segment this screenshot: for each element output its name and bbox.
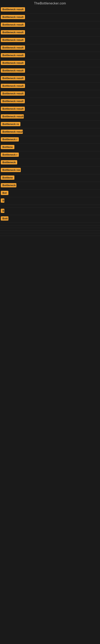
result-item: Bottleneck r (0, 136, 100, 144)
bottleneck-result-badge[interactable]: B (1, 209, 4, 213)
result-item: B (0, 208, 100, 215)
result-item (0, 233, 100, 236)
bottleneck-result-badge[interactable]: Bottleneck result (1, 91, 25, 96)
bottleneck-result-badge[interactable]: Bottleneck result (1, 30, 25, 34)
result-item: Bottleneck result (0, 113, 100, 121)
bottleneck-result-badge[interactable]: Bottleneck r (1, 152, 19, 157)
bottleneck-result-badge[interactable]: Bottleneck result (1, 7, 25, 12)
result-item: Bottleneck result (0, 67, 100, 75)
bottleneck-result-badge[interactable]: Bottleneck result (1, 84, 25, 88)
bottleneck-result-badge[interactable]: Bottleneck result (1, 53, 25, 57)
result-item (0, 205, 100, 208)
bottleneck-result-badge[interactable]: Bottleneck result (1, 68, 25, 73)
result-item: Bottleneck result (0, 44, 100, 52)
bottleneck-result-badge[interactable]: Bottleneck result (1, 22, 25, 27)
bottleneck-result-badge[interactable]: Bottleneck res (1, 168, 21, 172)
result-item: Bot (0, 190, 100, 197)
result-item (0, 223, 100, 226)
result-item: Bottleneck result (0, 82, 100, 90)
bottleneck-result-badge[interactable]: Bottleneck result (1, 107, 25, 111)
result-item: Bott (0, 215, 100, 223)
bottleneck-result-badge[interactable]: Bottleneck result (1, 114, 24, 118)
bottleneck-result-badge[interactable]: Bottleneck result (1, 130, 23, 134)
result-item: Bottlene (0, 174, 100, 182)
result-item: Bottleneck result (0, 29, 100, 37)
result-item: Bottleneck result (0, 98, 100, 106)
bottleneck-result-badge[interactable]: Bot (1, 191, 8, 195)
result-item: Bottleneck res (0, 167, 100, 174)
site-title: TheBottlenecker.com (0, 0, 100, 6)
result-item: Bottleneck result (0, 52, 100, 60)
result-item: B (0, 197, 100, 205)
bottleneck-result-badge[interactable]: Bottlene (1, 145, 14, 149)
bottleneck-result-badge[interactable]: B (1, 198, 4, 203)
result-item: Bottleneck result (0, 128, 100, 136)
result-item: Bottleneck result (0, 60, 100, 67)
bottleneck-result-badge[interactable]: Bottleneck result (1, 61, 25, 65)
result-item: Bottleneck re (0, 121, 100, 128)
bottleneck-result-badge[interactable]: Bottleneck (1, 160, 17, 164)
bottleneck-result-badge[interactable]: Bottleneck result (1, 38, 25, 42)
result-item: Bottleneck result (0, 90, 100, 98)
bottleneck-result-badge[interactable]: Bottleneck (1, 183, 16, 187)
result-item: Bottlene (0, 144, 100, 151)
result-item: Bottleneck (0, 182, 100, 190)
result-item (0, 231, 100, 233)
bottleneck-result-badge[interactable]: Bottleneck result (1, 46, 25, 50)
bottleneck-result-badge[interactable]: Bottleneck result (1, 15, 25, 19)
result-item (0, 226, 100, 228)
result-item: Bottleneck result (0, 21, 100, 29)
bottleneck-result-badge[interactable]: Bottleneck result (1, 99, 25, 103)
bottleneck-result-badge[interactable]: Bottleneck re (1, 122, 20, 126)
bottleneck-result-badge[interactable]: Bottlene (1, 176, 14, 180)
result-item: Bottleneck result (0, 14, 100, 21)
result-item: Bottleneck result (0, 75, 100, 82)
result-item: Bottleneck result (0, 6, 100, 14)
results-list: Bottleneck resultBottleneck resultBottle… (0, 6, 100, 236)
bottleneck-result-badge[interactable]: Bottleneck r (1, 137, 19, 142)
result-item (0, 228, 100, 231)
bottleneck-result-badge[interactable]: Bottleneck result (1, 76, 25, 80)
result-item: Bottleneck result (0, 106, 100, 113)
result-item: Bottleneck (0, 159, 100, 167)
result-item: Bottleneck r (0, 151, 100, 159)
bottleneck-result-badge[interactable]: Bott (1, 216, 8, 220)
result-item: Bottleneck result (0, 37, 100, 44)
